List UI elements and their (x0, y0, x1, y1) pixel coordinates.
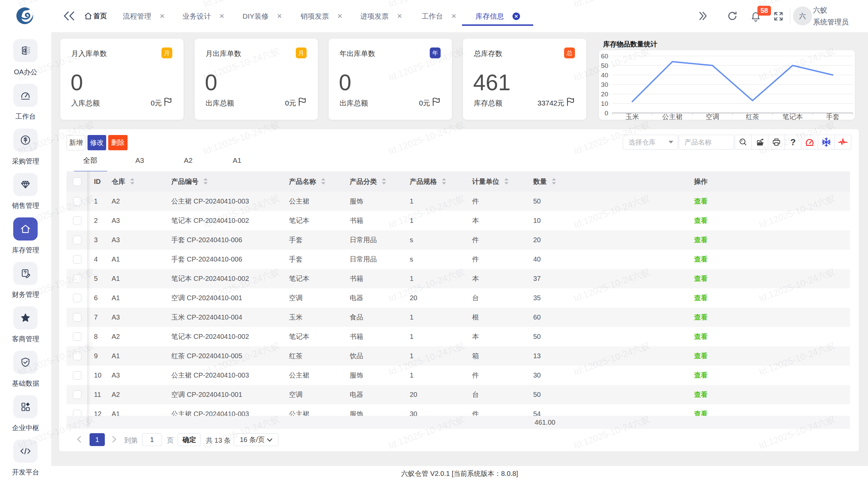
svg-text:笔记本: 笔记本 (783, 113, 803, 120)
svg-text:玉米: 玉米 (625, 113, 639, 120)
svg-text:手套: 手套 (826, 113, 840, 120)
svg-text:50: 50 (601, 62, 608, 69)
svg-text:0: 0 (604, 110, 608, 117)
svg-text:10: 10 (601, 100, 608, 107)
svg-text:空调: 空调 (706, 113, 719, 120)
svg-text:20: 20 (601, 91, 608, 98)
svg-text:40: 40 (601, 72, 608, 79)
svg-text:60: 60 (601, 53, 608, 60)
svg-text:公主裙: 公主裙 (662, 113, 682, 120)
svg-text:红茶: 红茶 (746, 113, 759, 120)
svg-text:30: 30 (601, 81, 608, 88)
